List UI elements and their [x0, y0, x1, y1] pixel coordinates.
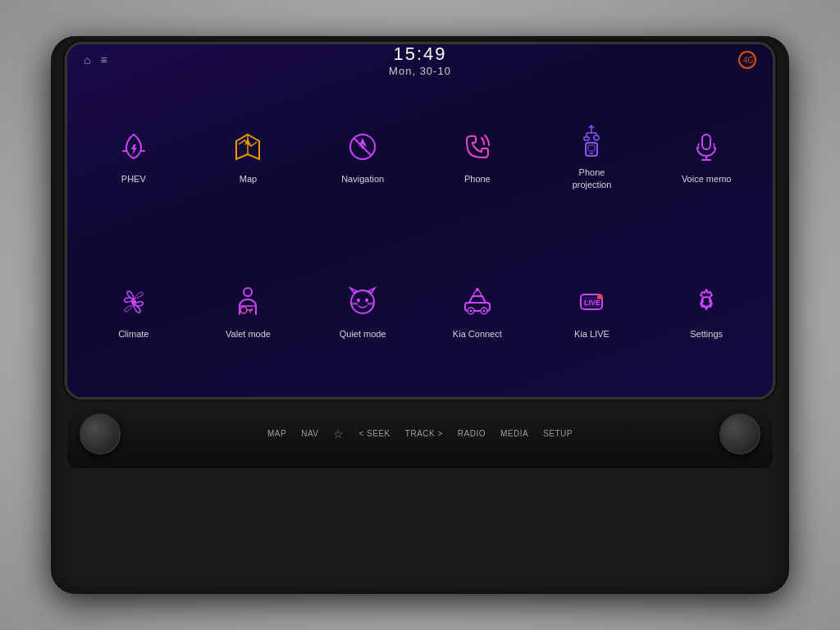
- svg-text:4G: 4G: [743, 56, 753, 65]
- phev-label: PHEV: [121, 173, 146, 185]
- app-navigation[interactable]: Navigation: [308, 80, 417, 230]
- svg-marker-28: [350, 288, 357, 293]
- svg-point-30: [357, 299, 360, 303]
- status-left: ⌂ ≡: [84, 53, 107, 66]
- kia-connect-label: Kia Connect: [453, 328, 502, 340]
- settings-label: Settings: [690, 328, 723, 340]
- svg-point-40: [482, 310, 485, 313]
- main-screen: ⌂ ≡ 15:49 Mon, 30-10 4G: [67, 44, 773, 397]
- app-kia-connect[interactable]: Kia Connect: [423, 236, 532, 386]
- right-knob[interactable]: [719, 413, 760, 454]
- svg-line-32: [352, 303, 358, 304]
- app-settings[interactable]: Settings: [652, 236, 760, 386]
- valet-mode-label: Valet mode: [226, 328, 271, 340]
- time-display: 15:49: [393, 44, 446, 65]
- svg-point-45: [597, 294, 602, 299]
- map-button[interactable]: MAP: [267, 429, 286, 438]
- svg-marker-29: [368, 288, 375, 293]
- valet-mode-icon: [226, 281, 269, 323]
- svg-rect-11: [584, 137, 589, 140]
- status-right: 4G: [738, 51, 756, 69]
- app-phev[interactable]: PHEV: [80, 80, 188, 230]
- svg-rect-16: [588, 145, 595, 151]
- phone-projection-label: Phoneprojection: [573, 167, 612, 190]
- setup-button[interactable]: SETUP: [543, 429, 573, 438]
- voice-memo-label: Voice memo: [682, 173, 732, 185]
- status-center: 15:49 Mon, 30-10: [389, 44, 451, 77]
- climate-label: Climate: [118, 328, 148, 340]
- svg-point-21: [244, 288, 252, 296]
- app-kia-live[interactable]: LIVE Kia LIVE: [538, 236, 646, 386]
- left-knob[interactable]: [80, 413, 121, 454]
- app-phone-projection[interactable]: Phoneprojection: [538, 80, 646, 230]
- phone-label: Phone: [464, 173, 491, 185]
- svg-rect-17: [702, 135, 710, 149]
- date-display: Mon, 30-10: [389, 65, 451, 77]
- map-label: Map: [240, 173, 257, 185]
- svg-line-34: [368, 303, 373, 304]
- controls-area: MAP NAV ☆ < SEEK TRACK > RADIO MEDIA SET…: [67, 399, 773, 468]
- status-bar: ⌂ ≡ 15:49 Mon, 30-10 4G: [67, 44, 773, 72]
- app-map[interactable]: Map: [194, 80, 303, 230]
- app-quiet-mode[interactable]: Quiet mode: [308, 236, 417, 386]
- phone-projection-icon: [570, 119, 613, 162]
- track-button[interactable]: TRACK >: [405, 429, 443, 438]
- svg-point-23: [240, 307, 247, 313]
- phone-icon: [456, 126, 499, 168]
- favorite-button[interactable]: ☆: [333, 427, 344, 441]
- voice-memo-icon: [685, 126, 728, 168]
- kia-live-icon: LIVE: [570, 281, 613, 323]
- seek-button[interactable]: < SEEK: [358, 429, 390, 438]
- svg-point-13: [594, 135, 599, 140]
- kia-live-label: Kia LIVE: [574, 328, 609, 340]
- svg-point-31: [365, 299, 368, 303]
- control-buttons: MAP NAV ☆ < SEEK TRACK > RADIO MEDIA SET…: [267, 427, 573, 441]
- svg-point-7: [361, 145, 364, 148]
- menu-icon[interactable]: ≡: [100, 53, 107, 66]
- navigation-label: Navigation: [341, 173, 384, 185]
- nav-button[interactable]: NAV: [301, 429, 318, 438]
- svg-text:LIVE: LIVE: [584, 299, 600, 307]
- svg-point-41: [476, 288, 479, 291]
- app-grid: PHEV Map: [67, 72, 773, 397]
- home-icon[interactable]: ⌂: [84, 53, 90, 66]
- phev-icon: [112, 126, 155, 168]
- map-icon: [226, 126, 269, 168]
- signal-icon: 4G: [738, 51, 756, 69]
- svg-point-39: [469, 310, 472, 313]
- car-infotainment-unit: ⌂ ≡ 15:49 Mon, 30-10 4G: [51, 36, 789, 594]
- kia-connect-icon: [456, 281, 499, 323]
- climate-icon: [112, 281, 155, 323]
- app-voice-memo[interactable]: Voice memo: [652, 80, 760, 230]
- app-valet-mode[interactable]: Valet mode: [194, 236, 303, 386]
- svg-point-27: [351, 290, 374, 313]
- quiet-mode-label: Quiet mode: [340, 328, 386, 340]
- app-phone[interactable]: Phone: [423, 80, 532, 230]
- media-button[interactable]: MEDIA: [500, 429, 528, 438]
- navigation-icon: [341, 126, 384, 168]
- app-climate[interactable]: Climate: [80, 236, 188, 386]
- settings-icon: [685, 281, 728, 323]
- screen-bezel: ⌂ ≡ 15:49 Mon, 30-10 4G: [67, 44, 773, 397]
- quiet-mode-icon: [341, 281, 384, 323]
- radio-button[interactable]: RADIO: [458, 429, 486, 438]
